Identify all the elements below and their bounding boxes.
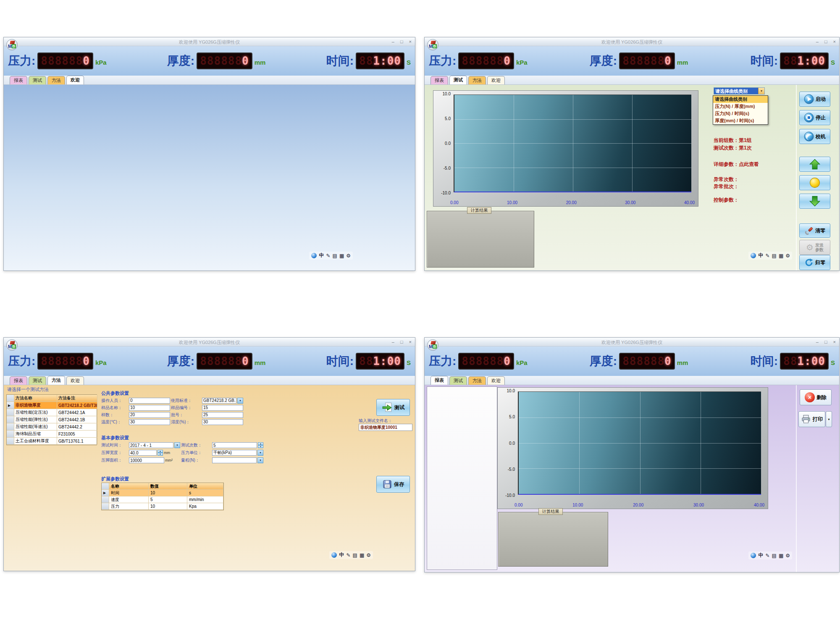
chinese-input-icon[interactable]: 中 xyxy=(758,552,763,559)
chevron-down-icon[interactable] xyxy=(237,398,243,404)
sample-name-field[interactable] xyxy=(129,405,170,411)
toolbar-board-icon[interactable]: ▦ xyxy=(339,253,344,259)
tab-method[interactable]: 方法 xyxy=(47,376,65,385)
standard-field[interactable] xyxy=(202,398,236,404)
chinese-input-icon[interactable]: 中 xyxy=(758,252,763,259)
tab-report[interactable]: 报表 xyxy=(10,376,27,385)
maximize-button[interactable]: □ xyxy=(400,39,403,44)
ime-sphere-icon[interactable] xyxy=(311,253,317,258)
ext-row-value[interactable]: 10 xyxy=(149,490,187,496)
tab-test[interactable]: 测试 xyxy=(29,376,46,385)
print-button[interactable]: 打印 xyxy=(798,411,825,427)
tab-report[interactable]: 报表 xyxy=(430,376,448,385)
tab-report[interactable]: 报表 xyxy=(10,76,27,84)
row-selector[interactable] xyxy=(102,503,109,510)
test-date-field[interactable] xyxy=(129,442,173,448)
test-times-field[interactable] xyxy=(212,442,257,448)
table-row-method-note[interactable]: GB/T13761.1 xyxy=(57,438,97,445)
minimize-button[interactable]: – xyxy=(392,339,394,344)
tab-welcome[interactable]: 欢迎 xyxy=(487,376,505,385)
detail-params-link[interactable]: 详细参数：点此查看 xyxy=(714,161,759,168)
row-selector[interactable] xyxy=(7,423,14,430)
send-params-button[interactable]: ⚙ 发送 参数 xyxy=(799,240,830,255)
pen-icon[interactable]: ✎ xyxy=(346,552,350,558)
chevron-down-icon[interactable] xyxy=(257,457,263,463)
temperature-field[interactable] xyxy=(129,419,170,425)
minimize-button[interactable]: – xyxy=(816,339,819,344)
ext-row-name[interactable]: 速度 xyxy=(109,496,149,503)
ext-row-unit[interactable]: s xyxy=(187,490,223,496)
ime-sphere-icon[interactable] xyxy=(751,553,756,558)
settings-gear-icon[interactable]: ⚙ xyxy=(785,253,790,259)
close-button[interactable]: × xyxy=(409,39,412,44)
batch-field[interactable] xyxy=(202,412,243,418)
ext-row-unit[interactable]: mm/min xyxy=(187,496,223,503)
tab-method[interactable]: 方法 xyxy=(468,76,486,84)
chinese-input-icon[interactable]: 中 xyxy=(339,551,344,559)
toolbar-board-icon[interactable]: ▦ xyxy=(779,553,783,559)
toolbar-board-icon[interactable]: ▦ xyxy=(360,552,364,558)
settings-gear-icon[interactable]: ⚙ xyxy=(346,253,351,259)
settings-gear-icon[interactable]: ⚙ xyxy=(366,552,371,558)
pen-icon[interactable]: ✎ xyxy=(765,253,769,259)
ext-row-value[interactable]: 5 xyxy=(149,496,187,503)
sample-count-field[interactable] xyxy=(129,412,170,418)
calibrate-button[interactable]: 校机 xyxy=(799,129,830,144)
tab-welcome[interactable]: 欢迎 xyxy=(66,76,84,84)
keyboard-icon[interactable]: ▤ xyxy=(333,253,337,259)
table-row-method-note[interactable]: GBT24218.2 GB/T3820 xyxy=(57,402,97,409)
keyboard-icon[interactable]: ▤ xyxy=(772,553,777,559)
delete-button[interactable]: × 删除 xyxy=(800,389,832,405)
ime-sphere-icon[interactable] xyxy=(751,253,756,258)
dropdown-option[interactable]: 请选择曲线类别 xyxy=(713,96,768,103)
table-row-method-note[interactable]: GBT24442.1A xyxy=(57,409,97,416)
stop-button[interactable]: 停止 xyxy=(799,110,830,125)
table-row-method-name[interactable]: 压缩性能(弹性法) xyxy=(14,416,57,423)
ime-sphere-icon[interactable] xyxy=(331,552,337,558)
operator-field[interactable] xyxy=(129,398,170,404)
start-button[interactable]: 启动 xyxy=(799,92,830,107)
sample-number-field[interactable] xyxy=(202,405,243,411)
close-button[interactable]: × xyxy=(833,339,836,344)
stepper[interactable]: ▲▼ xyxy=(158,450,163,456)
row-selector[interactable] xyxy=(7,430,14,438)
row-selector[interactable] xyxy=(7,409,14,416)
pen-icon[interactable]: ✎ xyxy=(765,553,769,559)
minimize-button[interactable]: – xyxy=(392,39,394,44)
tab-test[interactable]: 测试 xyxy=(449,376,467,385)
save-button[interactable]: 保存 xyxy=(376,476,410,493)
table-row-method-name[interactable]: 非织造物厚度 xyxy=(14,402,57,409)
maximize-button[interactable]: □ xyxy=(824,39,827,44)
filename-input[interactable] xyxy=(359,424,412,431)
table-row-method-note[interactable]: GBT24442.2 xyxy=(57,423,97,430)
tab-report[interactable]: 报表 xyxy=(430,76,448,84)
print-options-chevron[interactable]: ▾ xyxy=(826,411,832,427)
pen-icon[interactable]: ✎ xyxy=(326,253,330,259)
settings-gear-icon[interactable]: ⚙ xyxy=(785,553,790,559)
pressure-unit-field[interactable] xyxy=(212,450,257,456)
report-list-panel[interactable] xyxy=(427,386,497,570)
zero-button[interactable]: 归零 xyxy=(799,255,830,270)
ext-row-value[interactable]: 10 xyxy=(149,503,187,510)
run-test-button[interactable]: 测试 xyxy=(376,399,410,416)
humidity-field[interactable] xyxy=(202,419,243,425)
presser-width-field[interactable] xyxy=(129,450,157,456)
row-selector[interactable] xyxy=(7,416,14,423)
row-selector[interactable] xyxy=(7,402,14,409)
move-down-button[interactable] xyxy=(799,194,830,209)
presser-area-field[interactable] xyxy=(129,457,164,463)
row-selector[interactable] xyxy=(102,490,109,496)
tab-welcome[interactable]: 欢迎 xyxy=(66,376,84,385)
chinese-input-icon[interactable]: 中 xyxy=(319,252,324,259)
minimize-button[interactable]: – xyxy=(816,39,819,44)
tab-test[interactable]: 测试 xyxy=(449,76,467,84)
table-row-method-name[interactable]: 海绵制品压缩 xyxy=(14,430,57,438)
tab-welcome[interactable]: 欢迎 xyxy=(487,76,505,84)
close-button[interactable]: × xyxy=(833,39,836,44)
curve-type-select[interactable]: 请选择曲线类别 xyxy=(714,87,765,94)
keyboard-icon[interactable]: ▤ xyxy=(353,552,357,558)
table-row-method-name[interactable]: 压缩性能(等速法) xyxy=(14,423,57,430)
table-row-method-note[interactable]: GBT24442.1B xyxy=(57,416,97,423)
tab-test[interactable]: 测试 xyxy=(29,76,46,84)
table-row-method-name[interactable]: 压缩性能(定压法) xyxy=(14,409,57,416)
